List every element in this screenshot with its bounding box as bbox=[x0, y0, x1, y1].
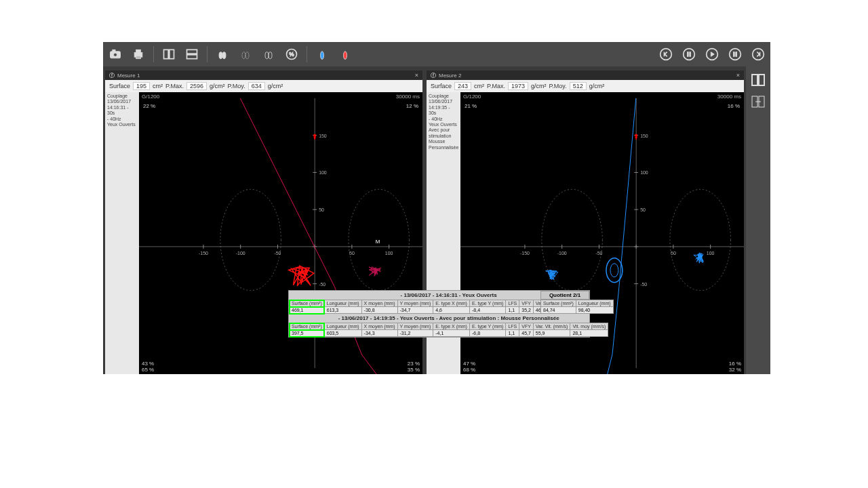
pct-bottom-right: 16 % bbox=[729, 361, 741, 367]
svg-point-58 bbox=[670, 189, 731, 290]
svg-rect-2 bbox=[113, 49, 115, 52]
cell: 603,5 bbox=[324, 330, 361, 337]
svg-rect-7 bbox=[170, 49, 174, 58]
toolbar-right bbox=[658, 46, 766, 62]
svg-text:-50: -50 bbox=[274, 251, 281, 256]
cell: -31,2 bbox=[397, 330, 433, 337]
plot-duration: 30000 ms bbox=[396, 94, 420, 100]
svg-text:M: M bbox=[376, 239, 380, 245]
col-header: E. type Y (mm) bbox=[469, 300, 505, 307]
stats-bar: Surface243cm² P.Max.1973g/cm² P.Moy.512g… bbox=[427, 80, 744, 92]
cell: 28,1 bbox=[570, 330, 608, 337]
cell: 35,2 bbox=[519, 307, 534, 314]
svg-text:100: 100 bbox=[319, 170, 327, 175]
svg-point-19 bbox=[344, 52, 347, 60]
svg-rect-23 bbox=[690, 52, 691, 57]
col-header: Y moyen (mm) bbox=[397, 300, 433, 307]
svg-point-28 bbox=[753, 49, 764, 60]
svg-text:100: 100 bbox=[640, 170, 648, 175]
col-header: E. type X (mm) bbox=[433, 323, 470, 330]
foot-right-icon[interactable] bbox=[337, 46, 353, 62]
pct-total-left: 68 % bbox=[463, 367, 475, 373]
col-header: Var. Vit. (mm/s) bbox=[533, 323, 570, 330]
col-header: VFY bbox=[519, 323, 534, 330]
stats-bar: Surface195cm² P.Max.2596g/cm² P.Moy.634g… bbox=[105, 80, 422, 92]
panel-title-icon: ⓕ bbox=[109, 72, 115, 79]
col-header: Surface (mm²) bbox=[290, 323, 325, 330]
foot-left-icon[interactable] bbox=[314, 46, 330, 62]
svg-text:-50: -50 bbox=[640, 282, 647, 287]
cell: 98,40 bbox=[576, 307, 613, 314]
pct-upper-left: 21 % bbox=[465, 103, 477, 109]
skip-forward-icon[interactable] bbox=[750, 46, 766, 62]
feet-outline-icon[interactable] bbox=[260, 46, 277, 62]
pct-upper-left: 22 % bbox=[143, 103, 155, 109]
step-back-icon[interactable] bbox=[681, 46, 697, 62]
panel-title-icon: ⓕ bbox=[431, 72, 436, 79]
print-icon[interactable] bbox=[130, 46, 146, 62]
cell: -6,8 bbox=[469, 330, 505, 337]
svg-rect-6 bbox=[164, 49, 169, 58]
svg-text:100: 100 bbox=[385, 251, 393, 256]
pct-total-right: 32 % bbox=[729, 367, 741, 373]
svg-point-10 bbox=[219, 52, 222, 59]
col-header: Longueur (mm) bbox=[324, 323, 361, 330]
pct-total-left: 65 % bbox=[142, 367, 154, 373]
svg-point-14 bbox=[265, 52, 269, 59]
compare-icon[interactable] bbox=[750, 94, 766, 110]
col-header: VFY bbox=[519, 300, 534, 307]
svg-text:50: 50 bbox=[319, 207, 324, 212]
svg-rect-86 bbox=[752, 75, 757, 85]
col-header: E. type X (mm) bbox=[433, 300, 470, 307]
svg-rect-8 bbox=[187, 49, 197, 54]
cell: -4,1 bbox=[433, 330, 470, 337]
rows-icon[interactable] bbox=[184, 46, 200, 62]
svg-rect-5 bbox=[136, 56, 141, 59]
col-header: Y moyen (mm) bbox=[397, 323, 433, 330]
svg-text:-50: -50 bbox=[319, 282, 326, 287]
cell: -8,4 bbox=[469, 307, 505, 314]
cell: 55,9 bbox=[533, 330, 570, 337]
table-header-2: - 13/06/2017 - 14:19:35 - Yeux Ouverts -… bbox=[289, 314, 608, 323]
toolbar: % bbox=[103, 42, 770, 66]
skip-back-icon[interactable] bbox=[658, 46, 674, 62]
svg-rect-4 bbox=[136, 49, 141, 52]
col-header: E. type Y (mm) bbox=[469, 323, 505, 330]
svg-point-15 bbox=[269, 52, 272, 59]
cell: 469,1 bbox=[290, 307, 325, 314]
sidebar-right bbox=[746, 66, 770, 374]
svg-text:-50: -50 bbox=[595, 251, 602, 256]
cell: -34,7 bbox=[397, 307, 433, 314]
quotient-table: Quotient 2/1 Surface (mm²)Longueur (mm)8… bbox=[540, 291, 589, 314]
comparison-table: - 13/06/2017 - 14:16:31 - Yeux Ouverts S… bbox=[288, 290, 590, 338]
col-header: LFS bbox=[506, 300, 519, 307]
columns-icon[interactable] bbox=[161, 46, 177, 62]
svg-rect-27 bbox=[736, 52, 737, 57]
close-icon[interactable]: × bbox=[736, 72, 740, 79]
svg-text:-100: -100 bbox=[236, 251, 245, 256]
svg-text:50: 50 bbox=[640, 207, 646, 212]
close-icon[interactable]: × bbox=[415, 72, 418, 79]
feet-dotted-icon[interactable] bbox=[237, 46, 254, 62]
plot-scale: G/1200 bbox=[142, 94, 159, 100]
svg-text:50: 50 bbox=[349, 251, 355, 256]
svg-text:-100: -100 bbox=[557, 251, 567, 256]
svg-text:150: 150 bbox=[319, 134, 327, 138]
cell: -34,3 bbox=[361, 330, 397, 337]
plot-duration: 30000 ms bbox=[717, 94, 741, 100]
step-forward-icon[interactable] bbox=[727, 46, 743, 62]
svg-rect-22 bbox=[688, 52, 689, 57]
pct-upper-right: 16 % bbox=[728, 103, 740, 109]
feet-solid-icon[interactable] bbox=[214, 46, 231, 62]
svg-point-29 bbox=[220, 189, 281, 290]
percent-icon[interactable]: % bbox=[283, 46, 300, 62]
play-icon[interactable] bbox=[704, 46, 720, 62]
col-header: Vit. moy (mm/s) bbox=[570, 323, 608, 330]
pct-upper-right: 12 % bbox=[406, 103, 418, 109]
plot-scale: G/1200 bbox=[463, 94, 481, 100]
svg-rect-26 bbox=[734, 52, 735, 57]
camera-icon[interactable] bbox=[107, 46, 123, 62]
svg-text:-150: -150 bbox=[199, 251, 208, 256]
columns-icon[interactable] bbox=[750, 72, 766, 88]
svg-point-25 bbox=[730, 49, 741, 60]
